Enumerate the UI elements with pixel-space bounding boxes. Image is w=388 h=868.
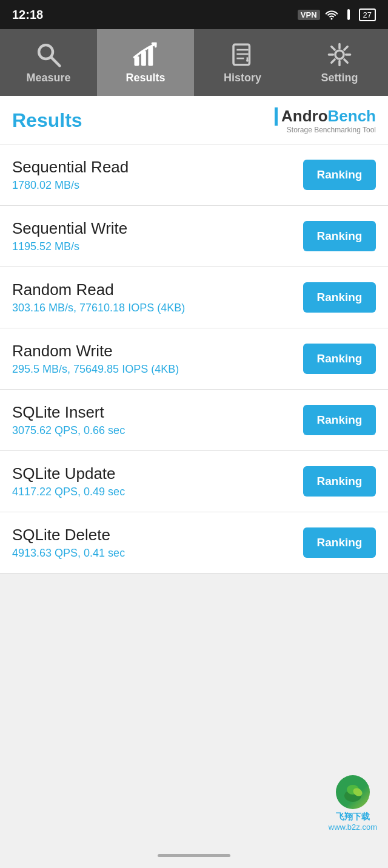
result-name: Sequential Write	[12, 219, 303, 238]
svg-rect-5	[148, 46, 153, 66]
brand-subtitle: Storage Benchmarking Tool	[287, 126, 376, 134]
result-name: SQLite Delete	[12, 526, 303, 544]
tab-results-label: Results	[125, 72, 165, 84]
watermark-url: www.b2z.com	[329, 822, 377, 832]
history-icon	[229, 41, 256, 68]
result-value: 303.16 MB/s, 77610.18 IOPS (4KB)	[12, 302, 303, 314]
x-icon	[343, 9, 354, 20]
status-right: VPN 27	[298, 8, 376, 21]
result-item: SQLite Delete 4913.63 QPS, 0.41 sec Rank…	[0, 512, 388, 574]
bottom-area	[0, 574, 388, 744]
result-value: 4913.63 QPS, 0.41 sec	[12, 547, 303, 560]
svg-line-17	[332, 46, 335, 49]
result-value: 1780.02 MB/s	[12, 179, 303, 192]
result-item: Random Write 295.5 MB/s, 75649.85 IOPS (…	[0, 328, 388, 390]
nav-tabs: Measure Results History	[0, 29, 388, 96]
ranking-button[interactable]: Ranking	[303, 160, 376, 190]
svg-point-12	[335, 50, 344, 58]
brand-logo: AndroBench Storage Benchmarking Tool	[275, 107, 376, 134]
page-header: Results AndroBench Storage Benchmarking …	[0, 96, 388, 144]
result-item: Sequential Write 1195.52 MB/s Ranking	[0, 206, 388, 267]
result-name: SQLite Insert	[12, 403, 303, 422]
ranking-button[interactable]: Ranking	[303, 405, 376, 435]
result-value: 1195.52 MB/s	[12, 240, 303, 253]
tab-history-label: History	[224, 72, 261, 84]
page-title: Results	[12, 109, 82, 132]
brand-name: AndroBench	[275, 107, 376, 126]
result-item: Sequential Read 1780.02 MB/s Ranking	[0, 144, 388, 206]
result-name: SQLite Update	[12, 464, 303, 483]
ranking-button[interactable]: Ranking	[303, 466, 376, 497]
time-display: 12:18	[12, 8, 43, 22]
result-name: Random Write	[12, 342, 303, 361]
tab-setting-label: Setting	[321, 72, 358, 84]
brand-bench: Bench	[328, 107, 376, 126]
svg-line-19	[344, 46, 347, 49]
result-info: SQLite Insert 3075.62 QPS, 0.66 sec	[12, 403, 303, 437]
tab-results[interactable]: Results	[97, 29, 194, 96]
status-bar: 12:18 VPN 27	[0, 0, 388, 29]
result-value: 4117.22 QPS, 0.49 sec	[12, 486, 303, 498]
svg-rect-0	[347, 9, 350, 20]
svg-line-20	[332, 59, 335, 62]
tab-measure[interactable]: Measure	[0, 29, 97, 96]
ranking-button[interactable]: Ranking	[303, 221, 376, 251]
watermark-logo	[336, 775, 370, 809]
result-item: Random Read 303.16 MB/s, 77610.18 IOPS (…	[0, 267, 388, 328]
brand-andro: Andro	[281, 107, 328, 126]
svg-line-2	[51, 57, 59, 66]
tab-measure-label: Measure	[26, 72, 70, 84]
tab-setting[interactable]: Setting	[291, 29, 388, 96]
result-value: 295.5 MB/s, 75649.85 IOPS (4KB)	[12, 363, 303, 376]
result-info: SQLite Delete 4913.63 QPS, 0.41 sec	[12, 526, 303, 560]
result-info: SQLite Update 4117.22 QPS, 0.49 sec	[12, 464, 303, 498]
brand-bar	[275, 107, 278, 126]
results-list: Sequential Read 1780.02 MB/s Ranking Seq…	[0, 144, 388, 574]
tab-history[interactable]: History	[194, 29, 291, 96]
chart-icon	[132, 41, 159, 68]
result-info: Sequential Read 1780.02 MB/s	[12, 158, 303, 192]
ranking-button[interactable]: Ranking	[303, 282, 376, 313]
ranking-button[interactable]: Ranking	[303, 527, 376, 558]
result-info: Sequential Write 1195.52 MB/s	[12, 219, 303, 253]
watermark: 飞翔下载 www.b2z.com	[329, 775, 377, 832]
result-name: Sequential Read	[12, 158, 303, 177]
svg-rect-4	[141, 50, 146, 66]
battery-display: 27	[359, 8, 376, 21]
result-name: Random Read	[12, 280, 303, 299]
search-icon	[35, 41, 62, 68]
vpn-badge: VPN	[298, 10, 320, 20]
watermark-brand: 飞翔下载	[336, 812, 370, 822]
watermark-icon	[342, 781, 364, 803]
wifi-icon	[325, 9, 338, 20]
ranking-button[interactable]: Ranking	[303, 344, 376, 374]
result-info: Random Read 303.16 MB/s, 77610.18 IOPS (…	[12, 280, 303, 314]
svg-line-18	[344, 59, 347, 62]
home-indicator	[158, 854, 230, 857]
gear-icon	[326, 41, 353, 68]
result-info: Random Write 295.5 MB/s, 75649.85 IOPS (…	[12, 342, 303, 376]
result-value: 3075.62 QPS, 0.66 sec	[12, 424, 303, 437]
result-item: SQLite Insert 3075.62 QPS, 0.66 sec Rank…	[0, 390, 388, 451]
result-item: SQLite Update 4117.22 QPS, 0.49 sec Rank…	[0, 451, 388, 512]
